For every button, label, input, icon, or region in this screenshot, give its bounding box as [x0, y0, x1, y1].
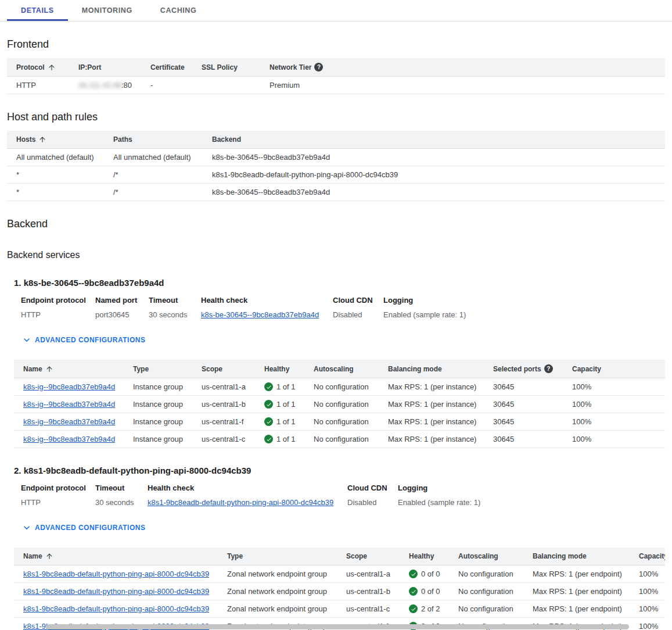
table-row: HTTP 34.111.43.48:80 - Premium	[7, 77, 665, 94]
frontend-col-ipport: IP:Port	[69, 58, 141, 77]
cell-capacity: 100%	[563, 378, 665, 396]
backend-service-2-table: Name Type Scope Healthy Autoscaling Bala…	[14, 547, 665, 630]
frontend-protocol-value: HTTP	[7, 77, 69, 94]
field-health-check: Health check k8s1-9bc8eadb-default-pytho…	[148, 484, 347, 507]
frontend-col-protocol[interactable]: Protocol	[7, 58, 69, 77]
instance-group-link[interactable]: k8s-ig--9bc8eadb37eb9a4d	[23, 417, 115, 426]
chevron-down-icon	[21, 334, 33, 346]
cell-autoscaling: No configuration	[304, 431, 379, 448]
help-icon[interactable]	[314, 63, 323, 71]
instance-group-link[interactable]: k8s-ig--9bc8eadb37eb9a4d	[23, 435, 115, 443]
backend-service-1-details: Endpoint protocol HTTP Named port port30…	[21, 296, 665, 319]
table-row: * /* k8s-be-30645--9bc8eadb37eb9a4d	[7, 184, 665, 201]
frontend-sslpolicy-value	[192, 77, 260, 94]
frontend-col-networktier: Network Tier	[260, 58, 665, 77]
backend1-col-autoscaling: Autoscaling	[304, 360, 379, 378]
cell-scope: us-central1-c	[192, 431, 255, 448]
help-icon[interactable]	[544, 364, 553, 373]
backend2-col-name[interactable]: Name	[14, 547, 218, 565]
horizontal-scrollbar[interactable]	[46, 624, 629, 629]
instance-group-link[interactable]: k8s-ig--9bc8eadb37eb9a4d	[23, 382, 115, 391]
hostpath-col-backend: Backend	[203, 131, 665, 149]
backend2-col-capacity: Capacity	[630, 547, 665, 565]
cell-capacity: 100%	[630, 583, 665, 600]
tab-bar: DETAILS MONITORING CACHING	[0, 0, 672, 22]
tab-monitoring[interactable]: MONITORING	[68, 0, 146, 21]
backend1-col-name-label: Name	[23, 365, 42, 373]
backend-service-1: 1. k8s-be-30645--9bc8eadb37eb9a4d Endpoi…	[14, 278, 665, 448]
table-row: k8s1-9bc8eadb-default-python-ping-api-80…	[14, 565, 665, 583]
cell-healthy: 1 of 1	[255, 396, 304, 413]
field-cloud-cdn: Cloud CDN Disabled	[347, 484, 398, 507]
cell-autoscaling: No configuration	[449, 583, 523, 600]
sort-ascending-icon	[48, 63, 56, 71]
cell-healthy: 1 of 1	[255, 431, 304, 448]
frontend-col-protocol-label: Protocol	[16, 63, 45, 71]
cell-healthy: 1 of 1	[255, 413, 304, 431]
backend-service-1-table: Name Type Scope Healthy Autoscaling Bala…	[14, 360, 665, 448]
cell-healthy: 0 of 0	[400, 583, 449, 600]
field-logging: Logging Enabled (sample rate: 1)	[398, 484, 487, 507]
cell-scope: us-central1-b	[192, 396, 255, 413]
advanced-configurations-toggle[interactable]: ADVANCED CONFIGURATIONS	[21, 522, 145, 534]
field-logging: Logging Enabled (sample rate: 1)	[383, 296, 473, 319]
backend-2-header-row: Name Type Scope Healthy Autoscaling Bala…	[14, 547, 665, 565]
hostpath-backend-value: k8s-be-30645--9bc8eadb37eb9a4d	[203, 149, 665, 166]
backend1-col-balancing-mode: Balancing mode	[379, 360, 484, 378]
health-check-link[interactable]: k8s-be-30645--9bc8eadb37eb9a4d	[201, 310, 319, 319]
cell-capacity: 100%	[630, 565, 665, 583]
healthy-check-icon	[264, 382, 273, 391]
tab-details[interactable]: DETAILS	[7, 0, 68, 21]
frontend-table-header-row: Protocol IP:Port Certificate SSL Policy …	[7, 58, 665, 77]
healthy-check-icon	[264, 400, 273, 409]
cell-scope: us-central1-b	[337, 583, 400, 600]
backend2-col-autoscaling: Autoscaling	[449, 547, 523, 565]
health-check-link[interactable]: k8s1-9bc8eadb-default-python-ping-api-80…	[148, 498, 333, 507]
healthy-check-icon	[264, 417, 273, 426]
table-row: * /* k8s1-9bc8eadb-default-python-ping-a…	[7, 166, 665, 184]
frontend-ipport-value: 34.111.43.48:80	[69, 77, 141, 94]
cell-capacity: 100%	[563, 431, 665, 448]
cell-type: Zonal network endpoint group	[218, 565, 337, 583]
field-endpoint-protocol: Endpoint protocol HTTP	[21, 296, 95, 319]
hostpath-col-hosts[interactable]: Hosts	[7, 131, 104, 149]
advanced-configurations-label: ADVANCED CONFIGURATIONS	[35, 524, 145, 532]
backend-service-2-title: 2. k8s1-9bc8eadb-default-python-ping-api…	[7, 466, 665, 475]
advanced-configurations-label: ADVANCED CONFIGURATIONS	[35, 336, 145, 344]
host-path-header-row: Hosts Paths Backend	[7, 131, 665, 149]
network-endpoint-group-link[interactable]: k8s1-9bc8eadb-default-python-ping-api-80…	[23, 570, 209, 578]
cell-capacity: 100%	[630, 618, 665, 630]
host-path-rules-heading: Host and path rules	[7, 111, 665, 123]
backend-1-header-row: Name Type Scope Healthy Autoscaling Bala…	[14, 360, 665, 378]
field-health-check: Health check k8s-be-30645--9bc8eadb37eb9…	[201, 296, 333, 319]
tab-details-label: DETAILS	[21, 6, 54, 15]
instance-group-link[interactable]: k8s-ig--9bc8eadb37eb9a4d	[23, 400, 115, 409]
hostpath-col-hosts-label: Hosts	[16, 135, 35, 144]
hostpath-col-paths: Paths	[104, 131, 203, 149]
cell-balancing-mode: Max RPS: 1 (per endpoint)	[523, 565, 630, 583]
healthy-check-icon	[409, 570, 418, 578]
cell-balancing-mode: Max RPS: 1 (per endpoint)	[523, 583, 630, 600]
network-endpoint-group-link[interactable]: k8s1-9bc8eadb-default-python-ping-api-80…	[23, 604, 209, 613]
tab-monitoring-label: MONITORING	[82, 6, 132, 15]
hostpath-hosts-value: *	[7, 184, 104, 201]
advanced-configurations-toggle[interactable]: ADVANCED CONFIGURATIONS	[21, 334, 145, 346]
network-endpoint-group-link[interactable]: k8s1-9bc8eadb-default-python-ping-api-80…	[23, 587, 209, 596]
backend1-col-name[interactable]: Name	[14, 360, 124, 378]
backend1-col-scope: Scope	[192, 360, 255, 378]
backend-service-1-title: 1. k8s-be-30645--9bc8eadb37eb9a4d	[7, 278, 665, 288]
hostpath-hosts-value: *	[7, 166, 104, 184]
field-timeout: Timeout 30 seconds	[149, 296, 201, 319]
tab-caching[interactable]: CACHING	[146, 0, 211, 21]
table-row: k8s-ig--9bc8eadb37eb9a4d Instance group …	[14, 396, 665, 413]
tab-caching-label: CACHING	[160, 6, 197, 15]
field-cloud-cdn: Cloud CDN Disabled	[333, 296, 383, 319]
backend-services-heading: Backend services	[7, 250, 665, 260]
backend-heading: Backend	[7, 218, 665, 230]
table-row: All unmatched (default) All unmatched (d…	[7, 149, 665, 166]
frontend-col-networktier-label: Network Tier	[269, 63, 311, 71]
cell-scope: us-central1-a	[192, 378, 255, 396]
healthy-check-icon	[264, 435, 273, 443]
table-row: k8s-ig--9bc8eadb37eb9a4d Instance group …	[14, 413, 665, 431]
hostpath-paths-value: /*	[104, 166, 203, 184]
